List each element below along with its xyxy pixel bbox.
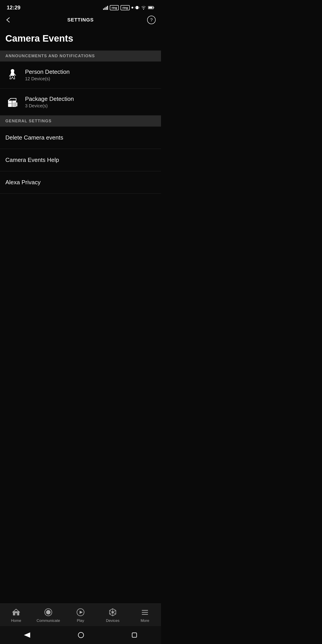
dot-icon	[132, 7, 133, 8]
help-icon: ?	[150, 18, 152, 22]
top-nav: SETTINGS ?	[0, 14, 161, 28]
svg-rect-0	[103, 8, 104, 10]
signal-icon	[103, 5, 108, 10]
section-header-general: GENERAL SETTINGS	[0, 116, 161, 126]
section-header-announcements: ANNOUNCEMENTS AND NOTIFICATIONS	[0, 50, 161, 62]
svg-rect-3	[107, 6, 108, 10]
person-detection-text: Person Detection 12 Device(s)	[25, 68, 70, 82]
ring-icon-2: ring	[120, 5, 130, 10]
package-detection-icon	[5, 95, 20, 109]
person-detection-title: Person Detection	[25, 68, 70, 75]
status-bar: 12:29 ring ring	[0, 0, 161, 14]
status-icons: ring ring	[103, 5, 154, 10]
delete-camera-events-item[interactable]: Delete Camera events	[0, 126, 161, 149]
package-detection-subtitle: 3 Device(s)	[25, 103, 74, 108]
camera-events-help-item[interactable]: Camera Events Help	[0, 149, 161, 171]
ring-icon-1: ring	[110, 5, 119, 10]
svg-rect-1	[104, 8, 105, 10]
camera-events-help-label: Camera Events Help	[5, 156, 156, 164]
person-detection-subtitle: 12 Device(s)	[25, 76, 70, 82]
battery-icon	[148, 6, 154, 10]
back-button[interactable]	[5, 17, 16, 22]
person-detection-icon	[5, 68, 20, 82]
package-detection-item[interactable]: Package Detection 3 Device(s)	[0, 88, 161, 116]
package-detection-text: Package Detection 3 Device(s)	[25, 96, 74, 108]
svg-rect-4	[136, 6, 138, 9]
alexa-privacy-item[interactable]: Alexa Privacy	[0, 171, 161, 194]
help-button[interactable]: ?	[147, 16, 156, 24]
svg-rect-8	[154, 7, 154, 8]
wifi-icon	[141, 6, 146, 10]
svg-rect-5	[135, 7, 136, 8]
page-title: Camera Events	[0, 28, 161, 50]
alexa-privacy-label: Alexa Privacy	[5, 179, 156, 186]
person-detection-item[interactable]: Person Detection 12 Device(s)	[0, 62, 161, 88]
page-header-title: SETTINGS	[16, 17, 144, 23]
package-detection-title: Package Detection	[25, 96, 74, 102]
status-time: 12:29	[7, 4, 20, 11]
svg-rect-2	[106, 7, 107, 10]
vibrate-icon	[135, 5, 139, 10]
svg-rect-6	[139, 7, 139, 8]
delete-camera-events-label: Delete Camera events	[5, 134, 156, 141]
help-button-container: ?	[144, 16, 156, 24]
svg-rect-9	[148, 7, 152, 8]
